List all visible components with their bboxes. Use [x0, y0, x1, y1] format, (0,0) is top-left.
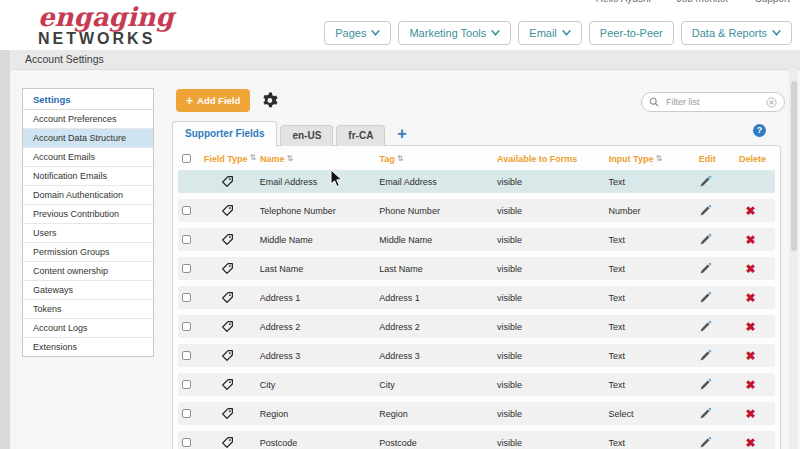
topbar-link-support[interactable]: Support	[755, 0, 790, 4]
cell-name: Address 2	[256, 322, 376, 332]
filter-input[interactable]	[664, 96, 761, 108]
delete-x-icon: ✖	[746, 349, 756, 363]
edit-button[interactable]	[699, 378, 712, 391]
sidebar-item-account-logs[interactable]: Account Logs	[23, 319, 153, 338]
edit-button[interactable]	[699, 175, 712, 188]
column-header-input-type[interactable]: Input Type⇅	[605, 154, 685, 164]
help-icon[interactable]: ?	[753, 124, 766, 137]
sidebar-title: Settings	[23, 89, 153, 110]
delete-x-icon: ✖	[746, 320, 756, 334]
sidebar-item-label: Permission Groups	[33, 247, 110, 257]
delete-button[interactable]: ✖	[746, 292, 756, 304]
edit-button[interactable]	[699, 204, 712, 217]
delete-button[interactable]: ✖	[746, 437, 756, 449]
cell-input-type: Text	[605, 293, 685, 303]
column-header-delete[interactable]: Delete⇅	[726, 154, 775, 164]
sidebar-item-previous-contribution[interactable]: Previous Contribution	[23, 205, 153, 224]
nav-button-data-reports[interactable]: Data & Reports	[681, 21, 792, 45]
tab-fr-ca[interactable]: fr-CA	[336, 125, 385, 146]
delete-x-icon: ✖	[746, 378, 756, 392]
column-header-available-to-forms[interactable]: Available to Forms⇅	[493, 154, 605, 164]
cell-input-type: Select	[605, 409, 685, 419]
delete-button[interactable]: ✖	[746, 321, 756, 333]
chevron-down-icon	[371, 30, 380, 36]
clear-filter-icon[interactable]	[766, 97, 777, 108]
table-row-address-3: Address 3 Address 3 visible Text ✖	[178, 344, 775, 367]
nav-button-marketing-tools[interactable]: Marketing Tools	[398, 21, 511, 45]
tag-icon	[221, 233, 234, 246]
delete-button[interactable]: ✖	[746, 379, 756, 391]
topbar-link-hello-ayushi[interactable]: Hello Ayushi	[596, 0, 651, 4]
pencil-icon	[699, 378, 712, 391]
row-checkbox[interactable]	[182, 235, 191, 244]
sidebar-item-content-ownership[interactable]: Content ownership	[23, 262, 153, 281]
edit-button[interactable]	[699, 349, 712, 362]
delete-button[interactable]: ✖	[746, 350, 756, 362]
column-header-edit[interactable]: Edit⇅	[684, 154, 726, 164]
nav-button-email[interactable]: Email	[518, 21, 582, 45]
add-tab-button[interactable]: +	[395, 125, 408, 146]
scrollbar-thumb[interactable]	[791, 81, 797, 251]
sidebar-item-users[interactable]: Users	[23, 224, 153, 243]
edit-button[interactable]	[699, 262, 712, 275]
nav-button-peer-to-peer[interactable]: Peer-to-Peer	[589, 21, 674, 45]
tag-icon	[221, 320, 234, 333]
cell-available-to-forms: visible	[493, 351, 605, 361]
edit-button[interactable]	[699, 407, 712, 420]
gear-icon[interactable]	[261, 92, 278, 109]
tab-supporter-fields[interactable]: Supporter Fields	[172, 121, 277, 147]
delete-x-icon: ✖	[746, 291, 756, 305]
select-all-checkbox[interactable]	[182, 154, 191, 163]
delete-button[interactable]: ✖	[746, 263, 756, 275]
sidebar-item-account-emails[interactable]: Account Emails	[23, 148, 153, 167]
column-header-field-type[interactable]: Field Type⇅	[200, 154, 256, 164]
sidebar-item-extensions[interactable]: Extensions	[23, 338, 153, 356]
delete-button[interactable]: ✖	[746, 408, 756, 420]
nav-button-pages[interactable]: Pages	[324, 21, 391, 45]
sidebar-item-permission-groups[interactable]: Permission Groups	[23, 243, 153, 262]
tab-en-us[interactable]: en-US	[280, 125, 333, 146]
logo[interactable]: engaging NETWORKS	[38, 4, 174, 47]
sidebar-item-label: Previous Contribution	[33, 209, 119, 219]
sidebar-item-domain-authentication[interactable]: Domain Authentication	[23, 186, 153, 205]
sidebar-item-account-preferences[interactable]: Account Preferences	[23, 110, 153, 129]
edit-button[interactable]	[699, 233, 712, 246]
table-row-middle-name: Middle Name Middle Name visible Text ✖	[178, 228, 775, 251]
add-field-label: Add Field	[197, 95, 240, 106]
cell-available-to-forms: visible	[493, 409, 605, 419]
sidebar-item-notification-emails[interactable]: Notification Emails	[23, 167, 153, 186]
sidebar-item-label: Account Emails	[33, 152, 95, 162]
edit-button[interactable]	[699, 291, 712, 304]
sort-icon: ⇅	[286, 154, 293, 163]
pencil-icon	[699, 262, 712, 275]
delete-button[interactable]: ✖	[746, 205, 756, 217]
left-gutter	[0, 50, 10, 449]
column-header-name[interactable]: Name⇅	[256, 154, 376, 164]
column-header-tag[interactable]: Tag⇅	[375, 154, 493, 164]
row-checkbox[interactable]	[182, 351, 191, 360]
cell-name: Last Name	[256, 264, 376, 274]
sidebar-item-account-data-structure[interactable]: Account Data Structure	[23, 129, 153, 148]
row-checkbox[interactable]	[182, 293, 191, 302]
edit-button[interactable]	[699, 436, 712, 449]
pencil-icon	[699, 349, 712, 362]
cell-tag: Address 2	[375, 322, 493, 332]
scrollbar[interactable]	[789, 69, 798, 449]
add-field-button[interactable]: + Add Field	[176, 89, 250, 112]
tag-icon	[221, 204, 234, 217]
cell-tag: Address 1	[375, 293, 493, 303]
sidebar-item-gateways[interactable]: Gateways	[23, 281, 153, 300]
cell-input-type: Text	[605, 235, 685, 245]
row-checkbox[interactable]	[182, 380, 191, 389]
nav-button-label: Peer-to-Peer	[600, 27, 663, 39]
row-checkbox[interactable]	[182, 206, 191, 215]
row-checkbox[interactable]	[182, 438, 191, 447]
edit-button[interactable]	[699, 320, 712, 333]
cell-available-to-forms: visible	[493, 380, 605, 390]
row-checkbox[interactable]	[182, 409, 191, 418]
row-checkbox[interactable]	[182, 322, 191, 331]
delete-button[interactable]: ✖	[746, 234, 756, 246]
sidebar-item-tokens[interactable]: Tokens	[23, 300, 153, 319]
row-checkbox[interactable]	[182, 264, 191, 273]
topbar-link-job-monitor[interactable]: Job monitor	[677, 0, 729, 4]
